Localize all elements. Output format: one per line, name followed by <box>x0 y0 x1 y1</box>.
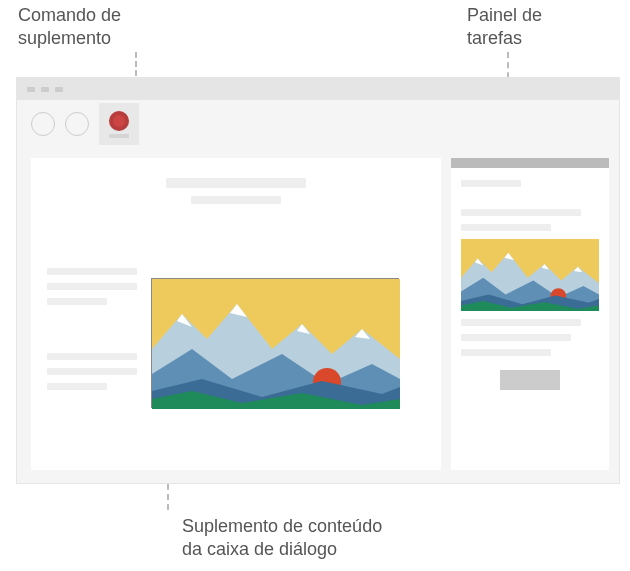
addin-command-label-placeholder <box>109 134 129 138</box>
text-placeholder <box>461 209 581 216</box>
text-placeholder <box>461 334 571 341</box>
titlebar-dot <box>27 87 35 92</box>
title-placeholder <box>166 178 306 188</box>
text-placeholder <box>461 180 521 187</box>
text-placeholder <box>461 349 551 356</box>
app-window <box>16 77 620 484</box>
body-text-placeholder <box>47 353 137 398</box>
ribbon-toolbar <box>17 100 619 148</box>
mountain-scene-icon <box>461 239 599 311</box>
toolbar-button-placeholder <box>31 112 55 136</box>
titlebar-dot <box>55 87 63 92</box>
label-addin-command: Comando desuplemento <box>18 4 121 51</box>
task-pane-header <box>451 158 609 168</box>
document-area <box>31 158 441 470</box>
text-placeholder <box>461 224 551 231</box>
task-pane-image <box>461 239 599 311</box>
task-pane-button-placeholder[interactable] <box>500 370 560 390</box>
text-placeholder <box>461 319 581 326</box>
label-content-dialog: Suplemento de conteúdoda caixa de diálog… <box>182 515 382 562</box>
addin-command-icon <box>109 111 129 131</box>
toolbar-button-placeholder <box>65 112 89 136</box>
label-task-pane: Painel detarefas <box>467 4 542 51</box>
subtitle-placeholder <box>191 196 281 204</box>
task-pane[interactable] <box>451 158 609 470</box>
mountain-scene-icon <box>152 279 400 409</box>
addin-command-button[interactable] <box>99 103 139 145</box>
window-titlebar <box>17 78 619 100</box>
body-text-placeholder <box>47 268 137 313</box>
content-addin[interactable] <box>151 278 399 408</box>
task-pane-content <box>451 168 609 402</box>
titlebar-dot <box>41 87 49 92</box>
